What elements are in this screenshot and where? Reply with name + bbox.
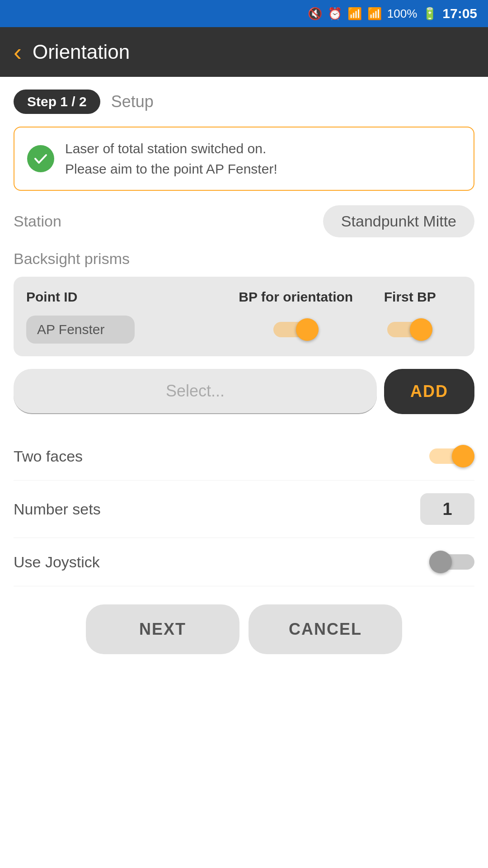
signal-icon: 📶 <box>367 7 382 21</box>
wifi-icon: 📶 <box>347 7 362 21</box>
select-add-row: Select... ADD <box>14 369 474 414</box>
number-sets-label: Number sets <box>14 500 101 518</box>
bp-orientation-toggle[interactable] <box>273 318 319 341</box>
number-sets-row: Number sets 1 <box>14 481 474 538</box>
alarm-icon: ⏰ <box>328 7 342 21</box>
prisms-table: Point ID BP for orientation First BP AP … <box>14 277 474 356</box>
table-row: AP Fenster <box>26 316 462 344</box>
battery-icon: 🔋 <box>422 7 437 21</box>
status-bar: 🔇 ⏰ 📶 📶 100% 🔋 17:05 <box>0 0 488 27</box>
back-button[interactable]: ‹ <box>14 40 22 64</box>
status-icons: 🔇 ⏰ 📶 📶 100% 🔋 17:05 <box>308 6 477 21</box>
app-bar-title: Orientation <box>33 41 130 63</box>
info-box: Laser of total station switched on. Plea… <box>14 127 474 191</box>
prisms-header: Point ID BP for orientation First BP <box>26 289 462 305</box>
toggle-thumb <box>429 551 452 573</box>
first-bp-toggle[interactable] <box>387 318 432 341</box>
cancel-button[interactable]: CANCEL <box>249 604 402 654</box>
station-value: Standpunkt Mitte <box>323 205 474 237</box>
use-joystick-row: Use Joystick <box>14 538 474 586</box>
app-bar: ‹ Orientation <box>0 27 488 77</box>
bp-orientation-toggle-cell[interactable] <box>234 318 358 341</box>
point-id-pill: AP Fenster <box>26 316 135 344</box>
step-badge: Step 1 / 2 <box>14 90 100 114</box>
point-id-cell: AP Fenster <box>26 316 234 344</box>
info-text: Laser of total station switched on. Plea… <box>65 138 277 179</box>
info-line2: Please aim to the point AP Fenster! <box>65 161 277 176</box>
use-joystick-label: Use Joystick <box>14 553 100 571</box>
bottom-buttons: NEXT CANCEL <box>0 586 488 672</box>
first-bp-toggle-cell[interactable] <box>358 318 462 341</box>
step-row: Step 1 / 2 Setup <box>14 90 474 114</box>
main-content: Step 1 / 2 Setup Laser of total station … <box>0 77 488 586</box>
use-joystick-toggle[interactable] <box>429 551 474 573</box>
battery-text: 100% <box>387 7 418 21</box>
col-header-bp-orientation: BP for orientation <box>234 289 358 305</box>
step-label: Setup <box>111 92 154 111</box>
info-line1: Laser of total station switched on. <box>65 141 266 156</box>
col-header-first-bp: First BP <box>358 289 462 305</box>
toggle-thumb <box>296 318 319 341</box>
station-row: Station Standpunkt Mitte <box>14 205 474 237</box>
status-time: 17:05 <box>442 6 477 21</box>
select-button[interactable]: Select... <box>14 369 377 414</box>
next-button[interactable]: NEXT <box>86 604 239 654</box>
two-faces-row: Two faces <box>14 432 474 481</box>
number-sets-value[interactable]: 1 <box>420 493 474 525</box>
mute-icon: 🔇 <box>308 7 322 21</box>
two-faces-toggle[interactable] <box>429 445 474 467</box>
toggle-thumb <box>410 318 432 341</box>
toggle-thumb <box>452 445 474 467</box>
add-button[interactable]: ADD <box>384 369 474 414</box>
station-label: Station <box>14 212 61 230</box>
two-faces-label: Two faces <box>14 448 83 465</box>
check-icon <box>27 145 54 172</box>
backsight-prisms-label: Backsight prisms <box>14 250 474 268</box>
col-header-point-id: Point ID <box>26 289 234 305</box>
